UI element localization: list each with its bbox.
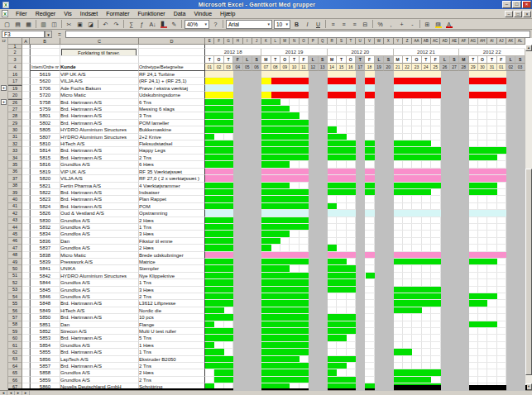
gantt-row-strip[interactable] [205,252,525,259]
column-header-A[interactable]: A [22,38,30,45]
align-center-button[interactable]: ≡ [339,20,349,29]
order-number-cell[interactable]: 5824 [30,203,60,210]
open-button[interactable]: ▤ [13,20,23,29]
order-description-cell[interactable]: 4 Værktøjsrammer [139,183,205,189]
row-header[interactable]: 3 [8,56,22,64]
order-description-cell[interactable]: Nye Klippeknive [139,273,205,279]
scrollbar-thumb[interactable] [525,169,532,375]
a-cell[interactable] [22,183,30,189]
a-cell[interactable] [22,245,30,251]
day-number-cell[interactable]: 08 [271,64,280,71]
gantt-row-strip[interactable] [205,238,525,245]
gantt-row-strip[interactable] [205,203,525,210]
customer-cell[interactable]: Presswork A/S [60,259,139,265]
day-number-cell[interactable]: 17 [356,64,365,71]
order-description-cell[interactable]: 1 Tns [139,224,205,231]
format-painter-button[interactable]: ◪ [86,20,96,29]
a-cell[interactable] [22,112,30,119]
a-cell[interactable] [22,335,30,341]
day-letter-cell[interactable]: L [243,56,252,64]
help-button[interactable]: ? [211,20,221,29]
column-header-B[interactable]: B [30,38,60,45]
order-description-cell[interactable]: 2 Tns [139,293,205,300]
order-number-cell[interactable]: 5820 [30,175,60,182]
row-header[interactable]: 20 [8,92,22,98]
row-header[interactable]: 59 [8,328,22,335]
a-cell[interactable] [22,155,30,161]
column-header-O[interactable]: O [300,38,309,45]
gantt-row-strip[interactable] [205,231,525,237]
column-header-S[interactable]: S [337,38,346,45]
title-bar[interactable]: X Microsoft Excel - Ganttkort Med gruppe… [0,0,532,9]
outline-level-buttons[interactable]: 12 [0,38,8,45]
print-preview-button[interactable]: ◫ [50,20,60,29]
row-header[interactable]: 17 [8,78,22,84]
order-description-cell[interactable]: Matrice [139,259,205,265]
order-description-cell[interactable]: RF 24,1 Turbine [139,71,205,78]
day-letter-cell[interactable]: O [280,56,290,64]
worksheet-grid[interactable]: 12ABCDEFGHIJKLMNOPQRSTUVWXYZAAABACADAEAF… [0,38,532,395]
customer-cell[interactable]: Brd. Hartmann A/S [60,147,139,154]
day-letter-cell[interactable]: S [252,56,261,64]
order-description-cell[interactable]: Happy Legs [139,147,205,154]
gantt-row-strip[interactable] [205,265,525,272]
row-header[interactable]: 63 [8,356,22,363]
row-header[interactable]: 61 [8,342,22,349]
day-letter-cell[interactable]: M [261,56,271,64]
cell-d3[interactable] [139,56,205,64]
legend-note-cell[interactable]: Forklaring til farver. [60,49,139,56]
name-box[interactable]: F3 [2,31,45,38]
order-description-cell[interactable]: 1 Tns [139,279,205,286]
row-header[interactable]: 62 [8,349,22,355]
gantt-row-strip[interactable] [205,300,525,307]
column-header-E[interactable]: E [205,38,214,45]
gantt-row-strip[interactable] [205,169,525,175]
column-header-AD[interactable]: AD [440,38,449,45]
day-number-cell[interactable]: 03 [224,64,233,71]
gantt-row-strip[interactable] [205,349,525,355]
day-letter-cell[interactable]: L [309,56,318,64]
row-header[interactable]: 50 [8,265,22,272]
order-number-cell[interactable]: 5841 [30,265,60,272]
day-letter-cell[interactable]: M [394,56,403,64]
row-header[interactable]: 55 [8,300,22,307]
align-right-button[interactable]: ≡ [350,20,360,29]
font-color-button[interactable]: A [444,20,454,29]
column-header-H[interactable]: H [233,38,242,45]
autosum-button[interactable]: ∑ [127,20,137,29]
day-number-cell[interactable]: 30 [478,64,487,71]
customer-cell[interactable]: HYDRO Aluminium Structures [60,126,139,133]
week-label[interactable]: 2012 18 [205,49,261,56]
column-header-AK[interactable]: AK [506,38,515,45]
column-header-AB[interactable]: AB [422,38,431,45]
a-cell[interactable] [22,238,30,245]
row-header[interactable]: 2 [8,49,22,56]
column-header-K[interactable]: K [261,38,271,45]
column-header-AJ[interactable]: AJ [497,38,506,45]
gantt-row-strip[interactable] [205,335,525,341]
customer-cell[interactable]: Brd. Hartmann A/S [60,155,139,161]
customer-cell[interactable]: Grundfos A/S [60,287,139,293]
doc-minimize-button[interactable]: – [505,11,513,17]
customer-cell[interactable]: Grundfos A/S [60,377,139,383]
day-number-cell[interactable]: 12 [309,64,318,71]
order-description-cell[interactable]: Fleksudstødsel [139,140,205,147]
tab-scroll-icon[interactable]: ◂ [7,391,15,395]
menu-item-vindue[interactable]: Vindue [189,10,216,17]
customer-cell[interactable]: Brd. Hartmann A/S [60,203,139,210]
outline-expand-button[interactable]: + [1,99,7,105]
customer-cell[interactable]: Fertin Pharma A/S [60,183,139,189]
row-header[interactable]: 52 [8,279,22,286]
week-label[interactable]: 2012 19 [261,49,328,56]
menu-item-funktioner[interactable]: Funktioner [134,10,170,17]
day-number-cell[interactable]: 13 [319,64,328,71]
intern-ordre-header[interactable]: Intern/Ordre nr [30,64,60,71]
order-description-cell[interactable]: Opstramning [139,210,205,217]
customer-cell[interactable]: VILJA A/S [60,175,139,182]
a-cell[interactable] [22,273,30,279]
day-letter-cell[interactable]: T [224,56,233,64]
gantt-row-strip[interactable] [205,210,525,217]
column-header-P[interactable]: P [309,38,318,45]
customer-cell[interactable]: VILJA A/S [60,78,139,84]
order-number-cell[interactable]: 5855 [30,349,60,355]
